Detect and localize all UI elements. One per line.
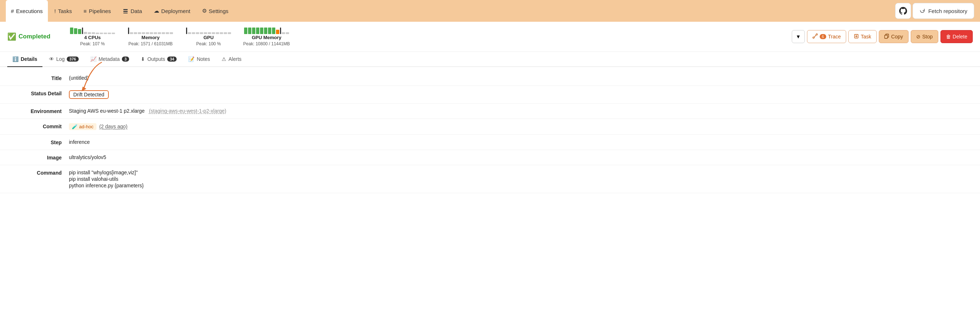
drift-detected-badge: Drift Detected [69,90,109,99]
cpu-label: 4 CPUs [84,35,101,40]
cpu-bar-chart [70,27,115,34]
download-icon: ⬇ [141,56,145,62]
svg-rect-0 [123,9,128,10]
svg-rect-2 [123,13,128,13]
step-row: Step inference [0,135,980,150]
data-icon [123,8,128,14]
tab-log[interactable]: 👁 Log 376 [44,52,84,67]
eye-icon: 👁 [49,56,54,62]
completed-label: Completed [19,33,51,40]
deployment-icon: ☁ [154,8,159,14]
delete-button[interactable]: 🗑 Delete [940,30,973,43]
svg-rect-7 [885,35,888,38]
gpu-memory-bar-chart [244,27,289,34]
memory-peak: Peak: 1571 / 61031MB [128,41,173,46]
image-label: Image [11,154,69,161]
top-navigation: # Executions ! Tasks ≡ Pipelines Data ☁ … [0,0,980,22]
tasks-icon: ! [54,8,56,14]
chevron-down-icon: ▼ [796,34,801,40]
chart-icon: 📈 [90,56,97,62]
tab-notes-label: Notes [197,56,210,62]
github-button[interactable] [895,3,911,19]
copy-button[interactable]: Copy [879,30,908,43]
copy-label: Copy [891,34,903,40]
tab-metadata[interactable]: 📈 Metadata 3 [85,52,135,67]
copy-icon [884,34,889,40]
commit-value: 🧪 ad-hoc (2 days ago) [69,123,969,130]
nav-data-label: Data [130,8,142,14]
details-panel: Title (untitled) Status Detail Drift Det… [0,67,980,197]
command-line-1: pip install "whylogs[image,viz]" [69,169,969,176]
trace-label: Trace [828,34,841,40]
outputs-badge: 34 [167,57,177,62]
title-label: Title [11,75,69,81]
memory-label: Memory [142,35,159,40]
status-detail-value: Drift Detected [69,90,969,99]
commit-row: Commit 🧪 ad-hoc (2 days ago) [0,119,980,135]
nav-pipelines[interactable]: ≡ Pipelines [78,0,116,22]
gpu-peak: Peak: 100 % [196,41,221,46]
environment-value: Staging AWS eu-west-1 p2.xlarge (staging… [69,108,969,114]
gpu-bar-chart [186,27,231,34]
gpu-memory-label: GPU Memory [252,35,282,40]
memory-resource: Memory Peak: 1571 / 61031MB [127,27,174,46]
nav-settings[interactable]: ⚙ Settings [197,0,234,22]
info-icon: ℹ️ [12,56,19,62]
pipelines-icon: ≡ [83,8,87,14]
refresh-icon [920,8,925,14]
trace-badge: 6 [820,34,826,39]
tab-outputs[interactable]: ⬇ Outputs 34 [136,52,182,67]
environment-label: Environment [11,108,69,114]
tab-log-label: Log [56,56,65,62]
status-detail-row: Status Detail Drift Detected [0,86,980,104]
nav-deployment[interactable]: ☁ Deployment [149,0,196,22]
completed-status: ✅ Completed [7,32,58,41]
trace-button[interactable]: 6 Trace [807,30,846,43]
metadata-badge: 3 [122,57,129,62]
tab-outputs-label: Outputs [147,56,165,62]
command-value: pip install "whylogs[image,viz]" pip ins… [69,169,969,188]
nav-tasks[interactable]: ! Tasks [49,0,77,22]
tab-details-label: Details [21,56,37,62]
nav-executions-label: Executions [16,8,43,14]
trace-icon [813,33,818,40]
dropdown-button[interactable]: ▼ [792,30,805,43]
status-detail-label: Status Detail [11,90,69,96]
stop-button[interactable]: ⊘ Stop [911,30,938,43]
notes-icon: 📝 [188,56,194,62]
tab-details[interactable]: ℹ️ Details [7,52,43,67]
step-label: Step [11,139,69,145]
cpu-peak: Peak: 107 % [80,41,105,46]
nav-settings-label: Settings [209,8,229,14]
delete-label: Delete [953,34,967,40]
cpu-resource: 4 CPUs Peak: 107 % [69,27,116,46]
stop-icon: ⊘ [916,34,921,40]
executions-icon: # [11,8,14,14]
environment-text: Staging AWS eu-west-1 p2.xlarge [69,108,145,114]
image-row: Image ultralytics/yolov5 [0,150,980,165]
memory-bar-chart [128,27,173,34]
title-value: (untitled) [69,75,969,81]
commit-label: Commit [11,123,69,129]
svg-point-3 [813,37,814,38]
tab-alerts-label: Alerts [229,56,242,62]
alert-icon: ⚠ [222,56,226,62]
svg-point-4 [816,34,818,35]
step-value: inference [69,139,969,145]
command-label: Command [11,169,69,176]
nav-data[interactable]: Data [118,0,147,22]
tab-alerts[interactable]: ⚠ Alerts [216,52,247,67]
environment-link[interactable]: (staging-aws-eu-west-1-p2-xlarge) [149,108,226,114]
gpu-memory-resource: GPU Memory Peak: 10800 / 11441MB [243,27,290,46]
task-button[interactable]: Task [848,30,877,43]
tab-notes[interactable]: 📝 Notes [183,52,215,67]
title-row: Title (untitled) [0,71,980,86]
log-badge: 376 [67,57,78,62]
tabs-bar: ℹ️ Details 👁 Log 376 📈 Metadata 3 ⬇ Outp… [0,52,980,67]
action-buttons: ▼ 6 Trace Task Copy ⊘ Stop 🗑 Del [792,30,973,43]
nav-executions[interactable]: # Executions [6,0,48,22]
stop-label: Stop [922,34,933,40]
gpu-resource: GPU Peak: 100 % [185,27,232,46]
fetch-repository-button[interactable]: Fetch repository [913,3,974,19]
commit-adhoc-badge: 🧪 ad-hoc [69,123,97,130]
